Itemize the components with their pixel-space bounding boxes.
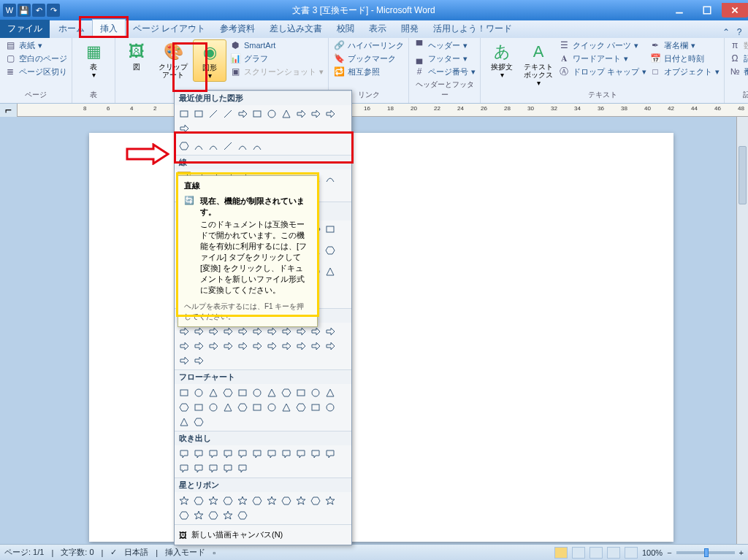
shape-item[interactable] — [251, 494, 264, 507]
shape-item[interactable] — [265, 386, 278, 399]
bookmark-button[interactable]: 🔖ブックマーク — [333, 53, 404, 64]
shape-item[interactable] — [324, 172, 337, 185]
shape-item[interactable] — [192, 509, 205, 522]
shape-item[interactable] — [221, 462, 234, 475]
dropcap-button[interactable]: Ⓐドロップ キャップ ▾ — [558, 66, 646, 77]
shape-item[interactable] — [221, 107, 234, 120]
object-button[interactable]: □オブジェクト ▾ — [649, 66, 720, 77]
recording-icon[interactable]: ▫ — [213, 548, 215, 557]
word-icon[interactable]: W — [3, 4, 16, 17]
shape-item[interactable] — [265, 107, 278, 120]
vertical-scrollbar[interactable] — [736, 117, 748, 544]
chart-button[interactable]: 📊グラフ — [229, 53, 324, 64]
scrollbar-thumb[interactable] — [739, 146, 747, 204]
undo-icon[interactable]: ↶ — [32, 4, 45, 17]
shape-item[interactable] — [178, 415, 191, 429]
tab-review[interactable]: 校閲 — [329, 20, 362, 38]
view-draft-icon[interactable] — [625, 547, 638, 559]
ribbon-minimize-icon[interactable]: ⌃ — [720, 26, 732, 38]
shape-item[interactable] — [221, 401, 234, 414]
shape-item[interactable] — [236, 340, 249, 353]
shape-item[interactable] — [265, 340, 278, 353]
status-words[interactable]: 文字数: 0 — [61, 547, 94, 558]
shape-item[interactable] — [251, 386, 264, 399]
shape-item[interactable] — [265, 401, 278, 414]
minimize-button[interactable] — [666, 3, 692, 18]
footer-button[interactable]: ▄フッター ▾ — [413, 53, 476, 64]
maximize-button[interactable] — [694, 3, 720, 18]
shape-item[interactable] — [294, 386, 308, 399]
shape-item[interactable] — [207, 340, 220, 353]
shape-item[interactable] — [207, 494, 220, 507]
shape-item[interactable] — [178, 509, 191, 522]
shape-item[interactable] — [207, 509, 220, 522]
shape-item[interactable] — [207, 462, 220, 475]
shape-item[interactable] — [251, 448, 264, 461]
signature-button[interactable]: ✒署名欄 ▾ — [649, 39, 720, 51]
shape-item[interactable] — [192, 401, 205, 414]
screenshot-button[interactable]: ▣スクリーンショット ▾ — [229, 66, 324, 77]
shape-item[interactable] — [324, 107, 337, 120]
shape-item[interactable] — [265, 494, 278, 507]
shape-item[interactable] — [251, 107, 264, 120]
textbox-button[interactable]: Aテキストボックス ▾ — [522, 39, 555, 88]
number-button[interactable]: №番号 — [729, 66, 748, 77]
tab-page-layout[interactable]: ページ レイアウト — [126, 20, 213, 38]
shape-item[interactable] — [280, 107, 293, 120]
status-page[interactable]: ページ: 1/1 — [4, 547, 44, 558]
shape-item[interactable] — [309, 340, 322, 353]
shape-item[interactable] — [207, 401, 220, 414]
tab-developer[interactable]: 開発 — [394, 20, 426, 38]
redo-icon[interactable]: ↷ — [47, 4, 60, 17]
shape-item[interactable] — [236, 494, 249, 507]
shape-item[interactable] — [251, 401, 264, 414]
shape-item[interactable] — [236, 386, 249, 399]
shape-item[interactable] — [178, 354, 191, 367]
shape-item[interactable] — [192, 386, 205, 399]
shape-item[interactable] — [207, 386, 220, 399]
shape-item[interactable] — [192, 448, 205, 461]
shape-item[interactable] — [236, 462, 249, 475]
shape-item[interactable] — [192, 494, 205, 507]
shape-item[interactable] — [294, 107, 308, 120]
shape-item[interactable] — [294, 340, 308, 353]
shape-item[interactable] — [178, 107, 191, 120]
shape-item[interactable] — [178, 386, 191, 399]
shape-item[interactable] — [324, 223, 337, 236]
save-icon[interactable]: 💾 — [18, 4, 31, 17]
symbol-button[interactable]: Ω記号と特殊文字 ▾ — [729, 53, 748, 64]
proofing-icon[interactable]: ✓ — [110, 548, 117, 557]
shape-item[interactable] — [324, 340, 337, 353]
shape-item[interactable] — [280, 494, 293, 507]
shape-item[interactable] — [324, 265, 337, 278]
shape-item[interactable] — [236, 107, 249, 120]
view-print-layout-icon[interactable] — [554, 547, 568, 559]
shape-item[interactable] — [221, 494, 234, 507]
status-lang[interactable]: 日本語 — [124, 547, 148, 558]
shape-item[interactable] — [294, 401, 308, 414]
horizontal-ruler[interactable]: ⌐ 86422468101214161820222426283032343638… — [0, 104, 748, 117]
tab-mailings[interactable]: 差し込み文書 — [262, 20, 329, 38]
file-tab[interactable]: ファイル — [0, 20, 50, 38]
view-outline-icon[interactable] — [607, 547, 620, 559]
table-button[interactable]: ▦ 表▾ — [77, 39, 110, 80]
picture-button[interactable]: 🖼図 — [120, 39, 153, 72]
help-icon[interactable]: ? — [733, 26, 745, 38]
close-button[interactable] — [722, 3, 748, 18]
pagenum-button[interactable]: #ページ番号 ▾ — [413, 66, 476, 77]
smartart-button[interactable]: ⬢SmartArt — [229, 39, 324, 51]
shape-item[interactable] — [221, 448, 234, 461]
shape-item[interactable] — [207, 448, 220, 461]
quickparts-button[interactable]: ☰クイック パーツ ▾ — [558, 39, 646, 51]
shape-item[interactable] — [178, 340, 191, 353]
shape-item[interactable] — [192, 354, 205, 367]
header-button[interactable]: ▀ヘッダー ▾ — [413, 39, 476, 51]
tab-view[interactable]: 表示 — [362, 20, 394, 38]
shape-item[interactable] — [309, 494, 322, 507]
zoom-in-icon[interactable]: + — [739, 548, 744, 557]
view-fullscreen-icon[interactable] — [572, 547, 585, 559]
blank-page-button[interactable]: ▢空白のページ — [4, 53, 67, 64]
shape-item[interactable] — [280, 448, 293, 461]
shape-item[interactable] — [280, 401, 293, 414]
crossref-button[interactable]: 🔁相互参照 — [333, 66, 404, 77]
